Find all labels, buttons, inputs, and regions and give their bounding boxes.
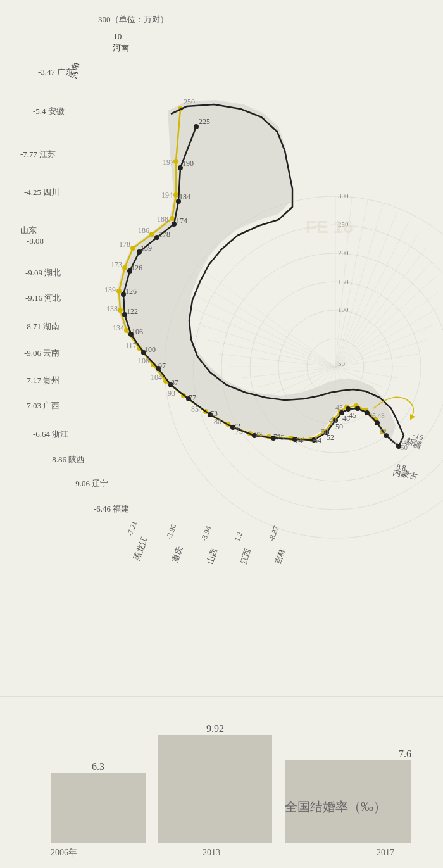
- svg-text:50: 50: [338, 360, 346, 367]
- svg-text:178: 178: [159, 230, 170, 239]
- svg-text:200: 200: [338, 249, 349, 256]
- svg-text:100: 100: [338, 306, 349, 313]
- svg-text:-4.25 四川: -4.25 四川: [24, 187, 59, 197]
- svg-point-53: [170, 216, 175, 221]
- svg-text:-9.09 湖北: -9.09 湖北: [25, 268, 61, 277]
- chart-area: 大部分地区结婚数量在下降 2016年 2017年: [0, 0, 443, 696]
- svg-text:-5.4 安徽: -5.4 安徽: [33, 106, 65, 116]
- svg-text:72: 72: [273, 432, 281, 441]
- svg-text:159: 159: [140, 244, 152, 253]
- svg-text:138: 138: [106, 305, 118, 313]
- svg-text:134: 134: [113, 324, 124, 332]
- svg-text:52: 52: [380, 427, 387, 435]
- svg-text:全国结婚率（‰）: 全国结婚率（‰）: [285, 800, 386, 814]
- svg-text:74: 74: [295, 436, 303, 445]
- svg-point-104: [375, 420, 380, 425]
- svg-text:178: 178: [119, 240, 130, 249]
- svg-text:-9.16 河北: -9.16 河北: [25, 293, 61, 303]
- svg-text:52: 52: [327, 433, 334, 442]
- svg-text:122: 122: [127, 307, 138, 316]
- svg-text:300（单位：万对）: 300（单位：万对）: [98, 15, 168, 24]
- svg-text:-7.17 贵州: -7.17 贵州: [24, 375, 59, 385]
- svg-text:45: 45: [349, 411, 356, 420]
- svg-text:-7.77 江苏: -7.77 江苏: [20, 149, 56, 159]
- svg-text:-8.86 陕西: -8.86 陕西: [49, 455, 85, 464]
- svg-text:-10: -10: [111, 32, 122, 41]
- svg-text:126: 126: [131, 263, 142, 272]
- svg-text:184: 184: [179, 192, 190, 201]
- svg-text:2013: 2013: [203, 848, 220, 857]
- svg-text:194: 194: [161, 191, 173, 199]
- svg-text:72: 72: [254, 430, 262, 439]
- svg-text:54: 54: [314, 436, 321, 445]
- svg-text:93: 93: [168, 389, 175, 398]
- svg-text:45: 45: [335, 403, 343, 412]
- svg-text:73: 73: [210, 409, 218, 418]
- svg-text:FE 16: FE 16: [306, 217, 353, 237]
- svg-text:77: 77: [189, 393, 196, 402]
- svg-rect-196: [158, 735, 272, 843]
- svg-text:250: 250: [184, 97, 195, 106]
- svg-text:7.6: 7.6: [399, 748, 411, 759]
- svg-text:300: 300: [338, 192, 349, 199]
- svg-text:山东: 山东: [20, 225, 37, 235]
- svg-text:-8.08: -8.08: [27, 236, 44, 246]
- svg-text:87: 87: [171, 378, 178, 387]
- svg-text:-7.03 广西: -7.03 广西: [24, 401, 59, 410]
- svg-point-57: [116, 289, 122, 294]
- svg-text:188: 188: [157, 215, 168, 223]
- svg-text:104: 104: [151, 373, 162, 382]
- svg-point-58: [118, 308, 123, 313]
- svg-text:139: 139: [104, 286, 116, 294]
- svg-point-56: [122, 265, 127, 270]
- svg-text:-6.46 福建: -6.46 福建: [94, 504, 129, 513]
- svg-text:-6.64 浙江: -6.64 浙江: [33, 429, 68, 439]
- svg-text:106: 106: [132, 327, 143, 336]
- svg-text:-9.06 云南: -9.06 云南: [24, 348, 59, 358]
- svg-text:72: 72: [233, 422, 240, 431]
- polar-chart-svg: 300（单位：万对）: [0, 0, 443, 696]
- svg-text:-8.71 湖南: -8.71 湖南: [24, 322, 59, 331]
- svg-text:45 48: 45 48: [369, 412, 385, 419]
- main-container: 大部分地区结婚数量在下降 2016年 2017年: [0, 0, 443, 868]
- svg-text:2006年: 2006年: [51, 848, 77, 857]
- svg-point-54: [149, 232, 154, 237]
- svg-text:80: 80: [214, 417, 222, 426]
- svg-text:197: 197: [163, 158, 174, 167]
- svg-text:174: 174: [176, 217, 187, 225]
- svg-point-78: [194, 124, 199, 129]
- svg-text:100: 100: [144, 345, 156, 354]
- svg-point-51: [173, 159, 178, 164]
- svg-point-102: [355, 406, 360, 411]
- svg-text:190: 190: [182, 159, 194, 168]
- svg-text:225: 225: [199, 117, 210, 126]
- svg-text:9.92: 9.92: [206, 723, 224, 734]
- svg-point-55: [130, 246, 135, 251]
- svg-text:186: 186: [138, 226, 149, 235]
- svg-point-59: [124, 328, 129, 333]
- bar-chart-area: 6.3 9.92 7.6 全国结婚率（‰） 2006年 2013 2017: [0, 696, 443, 868]
- svg-text:河南: 河南: [113, 43, 129, 53]
- svg-text:117: 117: [125, 341, 137, 350]
- svg-text:6.3: 6.3: [92, 761, 104, 772]
- svg-text:126: 126: [125, 287, 137, 296]
- svg-text:173: 173: [111, 260, 122, 269]
- svg-text:108: 108: [138, 356, 149, 365]
- svg-text:150: 150: [338, 278, 349, 286]
- svg-text:97: 97: [158, 362, 166, 370]
- svg-text:85: 85: [191, 405, 199, 413]
- svg-rect-194: [51, 773, 146, 843]
- svg-text:2017: 2017: [377, 848, 394, 857]
- svg-text:-9.06 辽宁: -9.06 辽宁: [73, 479, 108, 488]
- svg-text:-3.47 广东: -3.47 广东: [38, 67, 73, 77]
- svg-text:50: 50: [335, 422, 343, 431]
- svg-point-52: [173, 192, 178, 198]
